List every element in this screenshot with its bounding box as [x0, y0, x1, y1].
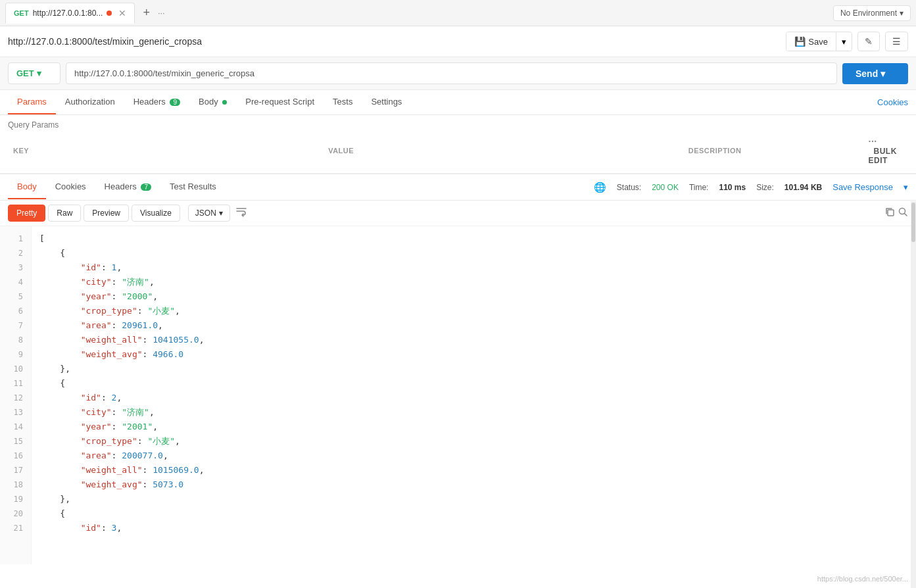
svg-rect-0: [888, 210, 894, 216]
status-value: 200 OK: [652, 183, 679, 192]
tab-method: GET: [14, 9, 29, 17]
resp-cookies-label: Cookies: [55, 182, 86, 191]
format-chevron-icon: ▾: [219, 208, 223, 218]
tab-more-icon[interactable]: ···: [158, 8, 165, 18]
save-dropdown-button[interactable]: ▾: [836, 33, 852, 51]
raw-button[interactable]: Raw: [48, 205, 81, 222]
wrap-icon: [235, 206, 247, 218]
response-status-bar: 🌐 Status: 200 OK Time: 110 ms Size: 101.…: [594, 182, 908, 193]
format-selector[interactable]: JSON ▾: [188, 205, 230, 222]
env-label: No Environment: [840, 9, 897, 18]
request-tabs: Params Authorization Headers 9 Body Pre-…: [0, 90, 916, 115]
tab-authorization[interactable]: Authorization: [56, 90, 124, 114]
code-area: 123456789101112131415161718192021 [ { "i…: [0, 226, 916, 564]
tab-headers-label: Headers: [133, 97, 166, 107]
tab-headers[interactable]: Headers 9: [124, 90, 189, 114]
address-bar: http://127.0.0.1:8000/test/mixin_generic…: [0, 26, 916, 57]
resp-tab-headers[interactable]: Headers 7: [95, 175, 160, 199]
tab-auth-label: Authorization: [65, 97, 115, 107]
col-value-header: VALUE: [323, 134, 683, 168]
active-tab[interactable]: GET http://127.0.0.1:80... ✕: [5, 3, 135, 24]
tab-params[interactable]: Params: [8, 90, 56, 114]
tab-unsaved-dot: [107, 11, 112, 16]
resp-tab-test-results[interactable]: Test Results: [160, 175, 226, 199]
method-selector[interactable]: GET ▾: [8, 62, 60, 84]
col-actions-header: ··· Bulk Edit: [863, 134, 908, 168]
request-bar: GET ▾ Send ▾: [0, 57, 916, 90]
resp-test-results-label: Test Results: [170, 182, 216, 191]
request-title: http://127.0.0.1:8000/test/mixin_generic…: [8, 36, 781, 47]
size-label: Size:: [756, 183, 774, 192]
save-label: Save: [808, 37, 828, 47]
copy-button[interactable]: [884, 207, 895, 220]
col-desc-header: DESCRIPTION: [683, 134, 863, 168]
params-table: KEY VALUE DESCRIPTION ··· Bulk Edit: [8, 134, 908, 168]
bulk-edit-button[interactable]: Bulk Edit: [869, 144, 897, 168]
col-key-header: KEY: [8, 134, 323, 168]
svg-line-2: [905, 214, 907, 216]
query-params-section: Query Params KEY VALUE DESCRIPTION ··· B…: [0, 115, 916, 174]
comment-button[interactable]: ☰: [885, 32, 908, 51]
tab-tests-label: Tests: [333, 97, 352, 107]
edit-button[interactable]: ✎: [857, 32, 880, 51]
format-label: JSON: [195, 208, 216, 218]
send-chevron-icon: ▾: [880, 68, 885, 79]
resp-headers-count-badge: 7: [141, 184, 151, 191]
tab-url: http://127.0.0.1:80...: [33, 9, 103, 18]
headers-count-badge: 9: [170, 99, 180, 106]
method-label: GET: [16, 68, 34, 78]
tab-body-label: Body: [199, 97, 218, 107]
code-toolbar: Pretty Raw Preview Visualize JSON ▾: [0, 201, 916, 226]
status-label: Status:: [617, 183, 641, 192]
scrollbar-track[interactable]: [911, 201, 916, 564]
tab-close-icon[interactable]: ✕: [118, 8, 126, 18]
line-numbers: 123456789101112131415161718192021: [0, 226, 32, 564]
save-icon: 💾: [794, 36, 806, 47]
size-value: 101.94 KB: [784, 183, 822, 192]
tab-settings-label: Settings: [371, 97, 402, 107]
save-response-chevron[interactable]: ▾: [904, 182, 908, 192]
resp-headers-label: Headers: [105, 182, 137, 191]
body-dot-badge: [222, 100, 227, 105]
wrap-button[interactable]: [235, 206, 247, 221]
tab-body[interactable]: Body: [189, 90, 236, 114]
send-button[interactable]: Send ▾: [842, 63, 908, 84]
new-tab-button[interactable]: +: [137, 6, 155, 20]
method-chevron-icon: ▾: [37, 68, 41, 78]
resp-tab-body[interactable]: Body: [8, 175, 46, 199]
save-response-button[interactable]: Save Response: [832, 182, 893, 192]
scrollbar-thumb[interactable]: [911, 203, 915, 242]
tab-pre-request-label: Pre-request Script: [245, 97, 314, 107]
tab-params-label: Params: [17, 97, 47, 107]
url-input[interactable]: [66, 62, 837, 84]
pretty-button[interactable]: Pretty: [8, 205, 45, 222]
time-value: 110 ms: [719, 183, 746, 192]
preview-button[interactable]: Preview: [84, 205, 129, 222]
tab-pre-request[interactable]: Pre-request Script: [236, 90, 324, 114]
search-icon: [898, 207, 908, 217]
query-params-label: Query Params: [8, 120, 908, 130]
tab-settings[interactable]: Settings: [362, 90, 411, 114]
resp-body-label: Body: [17, 182, 37, 191]
resp-tab-cookies[interactable]: Cookies: [46, 175, 95, 199]
environment-selector[interactable]: No Environment ▾: [833, 5, 911, 21]
response-header: Body Cookies Headers 7 Test Results 🌐 St…: [0, 174, 916, 201]
tab-bar: GET http://127.0.0.1:80... ✕ + ··· No En…: [0, 0, 916, 26]
visualize-button[interactable]: Visualize: [132, 205, 180, 222]
code-content: [ { "id": 1, "city": "济南", "year": "2000…: [32, 226, 916, 564]
save-button[interactable]: 💾 Save: [786, 32, 836, 51]
time-label: Time:: [689, 183, 709, 192]
copy-icon: [884, 207, 895, 217]
send-label: Send: [856, 68, 878, 79]
tab-tests[interactable]: Tests: [324, 90, 362, 114]
env-chevron-icon: ▾: [900, 9, 904, 18]
cookies-link[interactable]: Cookies: [877, 97, 908, 107]
globe-icon[interactable]: 🌐: [594, 182, 606, 193]
search-button[interactable]: [898, 207, 908, 220]
